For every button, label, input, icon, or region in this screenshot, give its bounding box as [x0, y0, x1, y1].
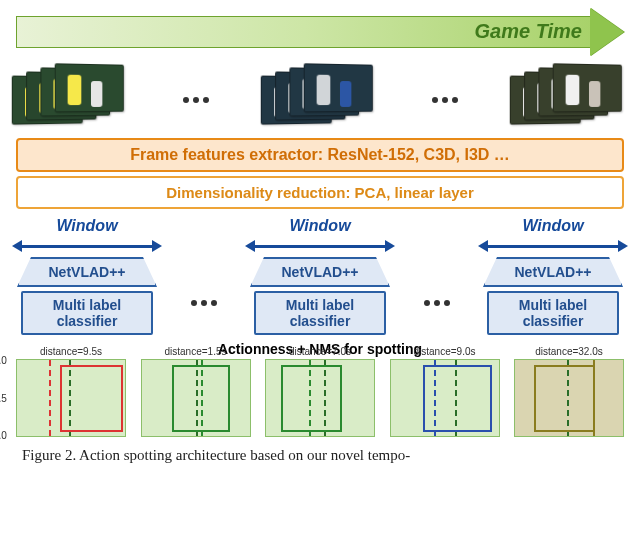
- distance-label: distance=7.0s: [289, 346, 351, 357]
- classifier-line1: Multi label: [286, 297, 354, 313]
- frame-stack: [12, 62, 130, 130]
- ytick-label: 0.5: [0, 393, 7, 404]
- distance-label: distance=9.5s: [40, 346, 102, 357]
- detection-window-box: [60, 365, 123, 432]
- classifier-line1: Multi label: [519, 297, 587, 313]
- window-span-icon: [245, 239, 395, 253]
- mini-plot: distance=9.5s0.00.51.0: [16, 359, 126, 437]
- detection-window-box: [281, 365, 342, 432]
- detection-window-box: [172, 365, 230, 432]
- ellipsis-icon: [432, 89, 458, 103]
- classifier-line2: classifier: [290, 313, 351, 329]
- window-column: Window NetVLAD++ Multi label classifier: [245, 217, 395, 335]
- netvlad-block: NetVLAD++: [17, 257, 157, 287]
- window-label: Window: [56, 217, 117, 235]
- window-span-icon: [478, 239, 628, 253]
- detection-window-box: [423, 365, 492, 432]
- game-time-arrow: Game Time: [16, 8, 624, 56]
- distance-label: distance=9.0s: [414, 346, 476, 357]
- distance-label: distance=1.5s: [165, 346, 227, 357]
- mini-plot: distance=7.0s: [265, 359, 375, 437]
- diagram-canvas: Game Time Frame features extractor: ResN…: [0, 0, 640, 464]
- classifier-block: Multi label classifier: [21, 291, 153, 335]
- classifier-line2: classifier: [57, 313, 118, 329]
- ytick-label: 1.0: [0, 355, 7, 366]
- classifier-line2: classifier: [523, 313, 584, 329]
- netvlad-block: NetVLAD++: [483, 257, 623, 287]
- window-column: Window NetVLAD++ Multi label classifier: [478, 217, 628, 335]
- mini-plot: distance=9.0s: [390, 359, 500, 437]
- game-time-label: Game Time: [475, 20, 582, 43]
- mini-plot: distance=32.0s: [514, 359, 624, 437]
- classifier-line1: Multi label: [53, 297, 121, 313]
- classifier-block: Multi label classifier: [487, 291, 619, 335]
- feature-extractor-box: Frame features extractor: ResNet-152, C3…: [16, 138, 624, 172]
- ellipsis-icon: [183, 89, 209, 103]
- classifier-block: Multi label classifier: [254, 291, 386, 335]
- ytick-label: 0.0: [0, 430, 7, 441]
- netvlad-block: NetVLAD++: [250, 257, 390, 287]
- detection-marker: [49, 360, 51, 436]
- frame-stack: [510, 62, 628, 130]
- mini-plots-row: distance=9.5s0.00.51.0distance=1.5sdista…: [16, 359, 624, 437]
- figure-caption: Figure 2. Action spotting architecture b…: [22, 447, 618, 464]
- window-columns: Window NetVLAD++ Multi label classifier …: [12, 217, 628, 335]
- window-label: Window: [289, 217, 350, 235]
- distance-label: distance=32.0s: [535, 346, 603, 357]
- frame-stack: [261, 62, 379, 130]
- ellipsis-icon: [191, 292, 217, 306]
- detection-window-box: [534, 365, 594, 432]
- arrow-head-icon: [590, 8, 624, 56]
- ellipsis-icon: [424, 292, 450, 306]
- frame-stacks-row: [12, 62, 628, 130]
- dim-reduction-box: Dimensionality reduction: PCA, linear la…: [16, 176, 624, 209]
- mini-plot: distance=1.5s: [141, 359, 251, 437]
- window-span-icon: [12, 239, 162, 253]
- window-label: Window: [522, 217, 583, 235]
- window-column: Window NetVLAD++ Multi label classifier: [12, 217, 162, 335]
